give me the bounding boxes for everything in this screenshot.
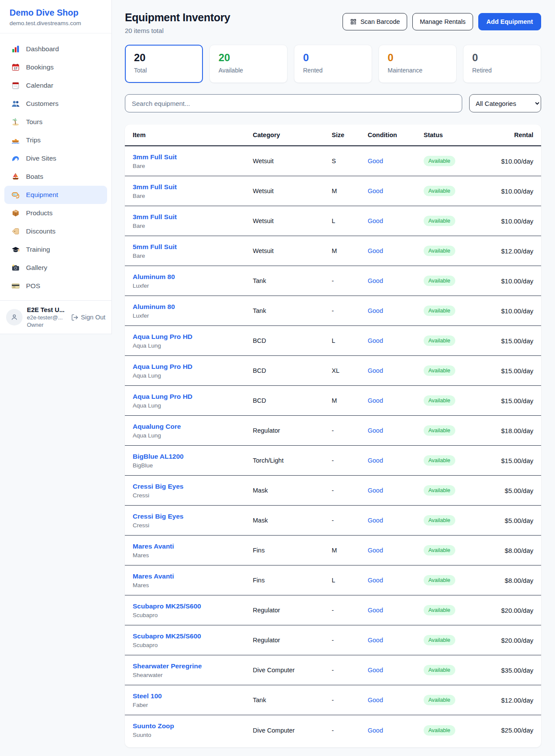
item-condition-link[interactable]: Good — [368, 187, 424, 194]
stat-card[interactable]: 20 Available — [209, 45, 287, 83]
sidebar-item-customers[interactable]: Customers — [0, 95, 111, 113]
item-condition-link[interactable]: Good — [368, 397, 424, 404]
sidebar-item-training[interactable]: Training — [0, 240, 111, 259]
item-category: Mask — [253, 487, 332, 494]
sidebar-item-boats[interactable]: Boats — [0, 168, 111, 186]
item-name-link[interactable]: Aqualung Core — [133, 423, 253, 431]
item-name-link[interactable]: 3mm Full Suit — [133, 153, 253, 161]
sidebar-item-products[interactable]: Products — [0, 204, 111, 222]
item-condition-link[interactable]: Good — [368, 697, 424, 703]
table-row: Scubapro MK25/S600 Scubapro Regulator - … — [125, 595, 541, 625]
table-row: 5mm Full Suit Bare Wetsuit M Good Availa… — [125, 236, 541, 266]
stat-card[interactable]: 20 Total — [125, 45, 203, 83]
item-name-link[interactable]: Scubapro MK25/S600 — [133, 602, 253, 610]
sidebar-item-calendar[interactable]: Calendar — [0, 76, 111, 95]
item-condition-link[interactable]: Good — [368, 517, 424, 524]
item-rental: $15.00/day — [493, 397, 533, 404]
gallery-icon — [11, 263, 20, 272]
add-equipment-button[interactable]: Add Equipment — [478, 13, 541, 30]
item-condition-link[interactable]: Good — [368, 217, 424, 224]
item-condition-link[interactable]: Good — [368, 158, 424, 164]
item-name-link[interactable]: Aluminum 80 — [133, 273, 253, 281]
user-box: E2E Test U... e2e-tester@... Owner Sign … — [0, 300, 111, 334]
item-name-link[interactable]: Shearwater Peregrine — [133, 662, 253, 670]
brand-name[interactable]: Demo Dive Shop — [10, 8, 102, 18]
item-name-link[interactable]: Aluminum 80 — [133, 303, 253, 311]
item-size: - — [332, 637, 368, 644]
status-badge: Available — [424, 515, 455, 526]
stat-card[interactable]: 0 Maintenance — [379, 45, 457, 83]
item-condition-link[interactable]: Good — [368, 247, 424, 254]
item-condition-link[interactable]: Good — [368, 607, 424, 614]
item-condition-link[interactable]: Good — [368, 577, 424, 584]
header-actions: Scan Barcode Manage Rentals Add Equipmen… — [343, 13, 541, 30]
sidebar-item-tours[interactable]: Tours — [0, 113, 111, 131]
item-condition-link[interactable]: Good — [368, 667, 424, 674]
item-brand: Aqua Lung — [133, 402, 253, 409]
item-size: M — [332, 247, 368, 254]
signout-icon — [71, 314, 78, 321]
item-name-link[interactable]: Steel 100 — [133, 692, 253, 700]
item-name-link[interactable]: Aqua Lung Pro HD — [133, 363, 253, 371]
category-select[interactable]: All Categories — [469, 94, 541, 112]
item-category: Regulator — [253, 427, 332, 434]
item-name-link[interactable]: Suunto Zoop — [133, 722, 253, 730]
item-name-link[interactable]: 3mm Full Suit — [133, 213, 253, 221]
item-category: Dive Computer — [253, 727, 332, 734]
equipment-icon — [11, 191, 20, 199]
item-rental: $12.00/day — [493, 697, 533, 704]
item-category: BCD — [253, 367, 332, 374]
item-name-link[interactable]: Aqua Lung Pro HD — [133, 393, 253, 401]
stat-card[interactable]: 0 Rented — [294, 45, 372, 83]
sidebar-item-dive-sites[interactable]: Dive Sites — [0, 149, 111, 168]
item-condition-link[interactable]: Good — [368, 637, 424, 644]
item-size: - — [332, 457, 368, 464]
item-name-link[interactable]: Cressi Big Eyes — [133, 483, 253, 490]
manage-rentals-button[interactable]: Manage Rentals — [412, 13, 473, 30]
signout-button[interactable]: Sign Out — [71, 314, 105, 321]
sidebar-item-dashboard[interactable]: Dashboard — [0, 40, 111, 58]
status-badge: Available — [424, 365, 455, 376]
item-name-link[interactable]: Cressi Big Eyes — [133, 513, 253, 520]
sidebar-item-pos[interactable]: POS — [0, 277, 111, 295]
boats-sailboat-icon — [11, 172, 20, 181]
sidebar-item-label: Training — [26, 246, 50, 253]
item-condition-link[interactable]: Good — [368, 487, 424, 494]
item-name-link[interactable]: Mares Avanti — [133, 542, 253, 550]
item-size: XL — [332, 367, 368, 374]
sidebar-item-gallery[interactable]: Gallery — [0, 259, 111, 277]
item-category: Fins — [253, 547, 332, 554]
item-condition-link[interactable]: Good — [368, 547, 424, 554]
search-input[interactable] — [125, 94, 462, 112]
item-category: Tank — [253, 307, 332, 314]
item-size: - — [332, 517, 368, 524]
sidebar-item-discounts[interactable]: Discounts — [0, 222, 111, 240]
item-name-link[interactable]: Mares Avanti — [133, 572, 253, 580]
item-name-link[interactable]: 3mm Full Suit — [133, 183, 253, 191]
item-condition-link[interactable]: Good — [368, 457, 424, 464]
item-name-link[interactable]: 5mm Full Suit — [133, 243, 253, 251]
sidebar-item-trips[interactable]: Trips — [0, 131, 111, 149]
column-header: Item — [133, 131, 253, 138]
stat-card[interactable]: 0 Retired — [463, 45, 541, 83]
table-row: Scubapro MK25/S600 Scubapro Regulator - … — [125, 625, 541, 655]
item-brand: Shearwater — [133, 672, 253, 678]
item-brand: Bare — [133, 193, 253, 199]
training-icon — [11, 245, 20, 254]
item-condition-link[interactable]: Good — [368, 727, 424, 734]
sidebar-item-bookings[interactable]: 17 Bookings — [0, 58, 111, 76]
item-name-link[interactable]: Scubapro MK25/S600 — [133, 632, 253, 640]
user-role: Owner — [27, 322, 67, 328]
item-condition-link[interactable]: Good — [368, 427, 424, 434]
item-condition-link[interactable]: Good — [368, 337, 424, 344]
item-condition-link[interactable]: Good — [368, 367, 424, 374]
item-size: - — [332, 607, 368, 614]
column-header: Size — [332, 131, 368, 138]
item-name-link[interactable]: BigBlue AL1200 — [133, 453, 253, 460]
scan-barcode-button[interactable]: Scan Barcode — [343, 13, 407, 30]
item-rental: $35.00/day — [493, 667, 533, 674]
item-name-link[interactable]: Aqua Lung Pro HD — [133, 333, 253, 341]
item-condition-link[interactable]: Good — [368, 307, 424, 314]
sidebar-item-equipment[interactable]: Equipment — [4, 186, 107, 204]
item-condition-link[interactable]: Good — [368, 277, 424, 284]
